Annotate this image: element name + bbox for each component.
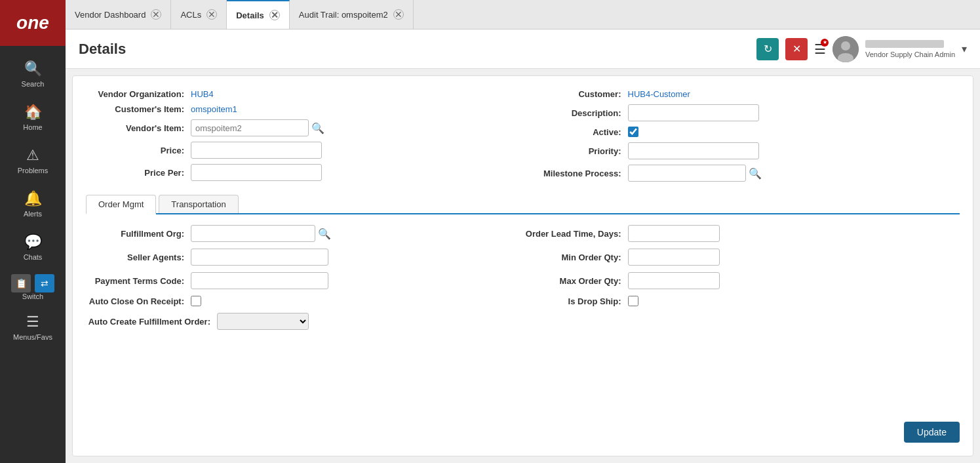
tab-bar: Vendor Dashboard ✕ ACLs ✕ Details ✕ Audi… [66,0,980,30]
is-drop-ship-label: Is Drop Ship: [523,296,628,306]
avatar [833,36,859,62]
price-label: Price: [86,146,191,155]
switch-icon-arrows: ⇄ [35,274,54,292]
sidebar-item-chats[interactable]: 💬 Chats [0,226,66,269]
seller-agents-row: Seller Agents: [86,249,523,266]
sidebar-item-alerts[interactable]: 🔔 Alerts [0,182,66,226]
priority-input[interactable] [628,142,759,159]
payment-terms-input[interactable] [191,272,328,289]
price-input[interactable] [191,142,322,159]
form-section-top: Vendor Organization: HUB4 Customer's Ite… [86,89,960,182]
milestone-input-area: 🔍 [628,165,762,182]
menu-icon: ☰ [26,313,39,331]
content-area: Vendor Organization: HUB4 Customer's Ite… [72,75,973,456]
min-order-qty-input[interactable] [628,249,720,266]
user-role: Vendor Supply Chain Admin [865,50,955,58]
tab-audit-trail[interactable]: Audit Trail: omspoitem2 ✕ [290,0,414,29]
customer-value: HUB4-Customer [628,89,690,99]
is-drop-ship-row: Is Drop Ship: [523,296,960,306]
order-lead-time-label: Order Lead Time, Days: [523,229,628,239]
tab-audit-trail-label: Audit Trail: omspoitem2 [299,10,388,20]
chat-icon: 💬 [24,233,42,251]
milestone-process-row: Milestone Process: 🔍 [523,165,960,182]
tab-transportation-label: Transportation [171,199,225,209]
svg-point-1 [841,41,850,50]
tab-transportation[interactable]: Transportation [159,195,238,213]
close-button[interactable]: ✕ [785,38,808,60]
customer-item-row: Customer's Item: omspoitem1 [86,104,523,114]
max-order-qty-input[interactable] [628,272,720,289]
sidebar-label-switch: Switch [22,292,43,300]
seller-agents-input[interactable] [191,249,328,266]
customer-label: Customer: [523,89,628,99]
sidebar-label-search: Search [22,80,45,88]
vendor-org-label: Vendor Organization: [86,89,191,99]
tab-details[interactable]: Details ✕ [227,0,290,29]
sidebar-item-problems[interactable]: ⚠ Problems [0,139,66,182]
app-logo[interactable]: one [0,0,66,46]
auto-create-label: Auto Create Fulfillment Order: [86,317,217,327]
tab-vendor-dashboard-close[interactable]: ✕ [151,9,161,20]
form-right: Customer: HUB4-Customer Description: Act… [523,89,960,182]
update-button[interactable]: Update [904,422,960,443]
tab-vendor-dashboard-label: Vendor Dashboard [75,10,146,20]
customer-item-label: Customer's Item: [86,104,191,114]
tab-audit-trail-close[interactable]: ✕ [393,9,404,20]
sidebar-item-switch[interactable]: 📋 ⇄ Switch [0,269,66,306]
order-left: Fulfillment Org: 🔍 Seller Agents: Paymen… [86,225,523,330]
star-badge: ★ [821,39,829,47]
tab-order-mgmt-label: Order Mgmt [98,199,144,209]
vendor-org-row: Vendor Organization: HUB4 [86,89,523,99]
vendor-item-input-area: 🔍 [191,119,324,136]
warning-icon: ⚠ [26,147,39,164]
min-order-qty-row: Min Order Qty: [523,249,960,266]
payment-terms-label: Payment Terms Code: [86,276,191,286]
milestone-search-button[interactable]: 🔍 [749,167,762,180]
customer-row: Customer: HUB4-Customer [523,89,960,99]
switch-icons: 📋 ⇄ [11,274,54,292]
tab-vendor-dashboard[interactable]: Vendor Dashboard ✕ [66,0,171,29]
is-drop-ship-checkbox[interactable] [628,296,638,306]
sidebar-item-search[interactable]: 🔍 Search [0,52,66,96]
tab-acls-close[interactable]: ✕ [206,9,217,20]
user-name-blurred [865,40,944,48]
switch-icon-document: 📋 [11,274,31,292]
fulfillment-org-row: Fulfillment Org: 🔍 [86,225,523,242]
order-lead-time-input[interactable]: 0 [628,225,720,242]
tab-acls[interactable]: ACLs ✕ [171,0,227,29]
sidebar: one 🔍 Search 🏠 Home ⚠ Problems 🔔 Alerts … [0,0,66,463]
sidebar-label-alerts: Alerts [24,210,42,218]
user-dropdown-arrow[interactable]: ▾ [962,43,967,55]
menu-button[interactable]: ☰ ★ [814,41,826,57]
price-row: Price: [86,142,523,159]
sidebar-item-menus[interactable]: ☰ Menus/Favs [0,306,66,349]
milestone-process-input[interactable] [628,165,746,182]
form-left: Vendor Organization: HUB4 Customer's Ite… [86,89,523,182]
active-checkbox[interactable] [628,127,638,137]
refresh-button[interactable]: ↻ [756,38,779,60]
auto-create-row: Auto Create Fulfillment Order: [86,313,523,330]
vendor-item-input[interactable] [191,119,309,136]
auto-create-select[interactable] [217,313,309,330]
tab-acls-label: ACLs [180,10,201,20]
vendor-item-search-button[interactable]: 🔍 [311,122,324,134]
price-per-input[interactable] [191,164,322,181]
order-right: Order Lead Time, Days: 0 Min Order Qty: … [523,225,960,330]
tab-details-close[interactable]: ✕ [269,10,280,20]
priority-label: Priority: [523,146,628,156]
description-input[interactable] [628,104,759,121]
vendor-item-label: Vendor's Item: [86,123,191,133]
fulfillment-org-input[interactable] [191,225,315,242]
priority-row: Priority: [523,142,960,159]
auto-close-checkbox[interactable] [191,296,201,306]
order-mgmt-grid: Fulfillment Org: 🔍 Seller Agents: Paymen… [86,225,960,330]
sidebar-label-home: Home [23,123,42,131]
customer-item-value: omspoitem1 [191,104,237,114]
tab-order-mgmt[interactable]: Order Mgmt [86,195,156,214]
sidebar-item-home[interactable]: 🏠 Home [0,96,66,139]
auto-close-row: Auto Close On Receipt: [86,296,523,306]
sidebar-label-problems: Problems [18,167,48,174]
fulfillment-org-search-button[interactable]: 🔍 [318,228,331,240]
min-order-qty-label: Min Order Qty: [523,252,628,262]
order-lead-time-row: Order Lead Time, Days: 0 [523,225,960,242]
